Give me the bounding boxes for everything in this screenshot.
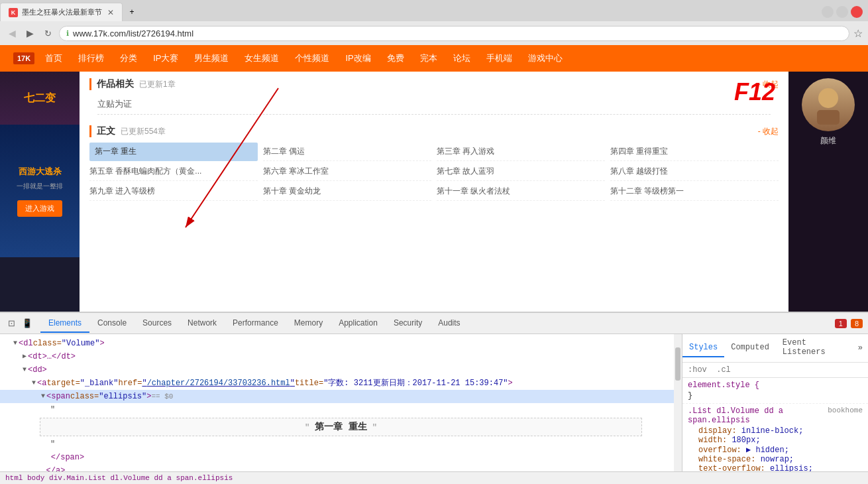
- ad-enter-button[interactable]: 进入游戏: [17, 200, 62, 217]
- nav-ip-edit[interactable]: IP改编: [337, 45, 378, 72]
- devtools-panel: ⊡ 📱 Elements Console Sources Network Per…: [0, 312, 868, 484]
- minimize-button[interactable]: [822, 6, 834, 18]
- works-section: 作品相关 已更新1章 - 收起 立贴为证: [89, 78, 779, 119]
- rule-prop-whitespace: white-space: nowrap;: [688, 455, 863, 464]
- tab-close-button[interactable]: ✕: [107, 8, 114, 17]
- nav-home[interactable]: 首页: [37, 45, 70, 72]
- nav-personal[interactable]: 个性频道: [287, 45, 337, 72]
- rule-prop-overflow: overflow: ▶ hidden;: [688, 445, 863, 455]
- browser-tab[interactable]: K 墨生之狂暴火法最新章节 ✕: [0, 3, 123, 21]
- new-tab-button[interactable]: +: [125, 3, 138, 21]
- main-section-sub: 已更新554章: [121, 126, 166, 137]
- svg-point-2: [818, 88, 838, 108]
- preview-quote-right: ": [372, 422, 378, 432]
- chapter-item-10[interactable]: 第十章 黄金幼龙: [263, 182, 431, 201]
- styles-tab-event-listeners[interactable]: Event Listeners: [776, 334, 853, 362]
- main-section-title: 正文: [97, 125, 115, 137]
- works-section-title: 作品相关: [97, 78, 134, 90]
- device-toggle-button[interactable]: 📱: [19, 317, 35, 330]
- tree-line-close-a: </a>: [0, 464, 682, 471]
- chapter-item-9[interactable]: 第九章 进入等级榜: [89, 182, 258, 201]
- breadcrumb-dl[interactable]: dl.Volume: [110, 474, 149, 482]
- devtools-error-area: 1 8: [835, 319, 863, 328]
- user-name: 颜维: [820, 135, 836, 147]
- nav-mobile[interactable]: 手机端: [478, 45, 520, 72]
- tab-sources[interactable]: Sources: [135, 314, 180, 333]
- tab-security[interactable]: Security: [386, 314, 430, 333]
- url-bar[interactable]: ℹ www.17k.com/list/2726194.html: [59, 26, 849, 41]
- nav-male[interactable]: 男生频道: [186, 45, 237, 72]
- forward-button[interactable]: ▶: [23, 27, 37, 40]
- nav-ip[interactable]: IP大赛: [145, 45, 186, 72]
- standing-post: 立贴为证: [89, 94, 779, 119]
- nav-category[interactable]: 分类: [112, 45, 145, 72]
- nav-free[interactable]: 免费: [379, 45, 412, 72]
- window-controls: [822, 6, 868, 18]
- works-section-header: 作品相关 已更新1章 - 收起: [89, 78, 779, 90]
- nav-ranking[interactable]: 排行榜: [70, 45, 112, 72]
- rule-close-element: }: [688, 391, 863, 400]
- nav-forum[interactable]: 论坛: [445, 45, 478, 72]
- ad-title: 西游大逃杀: [19, 166, 62, 178]
- styles-filter-input[interactable]: [688, 365, 863, 375]
- close-window-button[interactable]: [851, 6, 863, 18]
- preview-quote-left: ": [305, 422, 310, 432]
- chapter-item-11[interactable]: 第十一章 纵火者法杖: [437, 182, 605, 201]
- breadcrumb-html[interactable]: html: [5, 474, 23, 482]
- tab-audits[interactable]: Audits: [430, 314, 468, 333]
- tree-toggle-a: ▼: [32, 377, 36, 389]
- styles-tab-styles[interactable]: Styles: [682, 339, 724, 357]
- chapter-item-7[interactable]: 第七章 故人蓝羽: [437, 162, 605, 181]
- styles-panel: Styles Computed Event Listeners » elemen…: [682, 334, 868, 471]
- tab-application[interactable]: Application: [331, 314, 386, 333]
- styles-more-button[interactable]: »: [853, 339, 868, 357]
- nav-game[interactable]: 游戏中心: [520, 45, 570, 72]
- avatar-icon: [812, 85, 845, 125]
- tab-console[interactable]: Console: [89, 314, 135, 333]
- scroll-thumb[interactable]: [675, 347, 680, 381]
- breadcrumb-dd[interactable]: dd: [154, 474, 163, 482]
- works-section-sub: 已更新1章: [139, 79, 176, 90]
- chapter-item-2[interactable]: 第二章 偶运: [263, 143, 431, 161]
- styles-filter: [682, 363, 868, 378]
- tab-performance[interactable]: Performance: [225, 314, 286, 333]
- tree-line-a[interactable]: ▼ <a target="_blank" href="/chapter/2726…: [0, 377, 682, 390]
- styles-rule-element: element.style { }: [682, 378, 868, 404]
- chapter-item-1[interactable]: 第一章 重生: [89, 143, 258, 161]
- nav-complete[interactable]: 完本: [412, 45, 445, 72]
- breadcrumb-a[interactable]: a: [167, 474, 172, 482]
- refresh-button[interactable]: ↻: [41, 27, 55, 40]
- breadcrumb-span[interactable]: span.ellipsis: [176, 474, 233, 482]
- website-content: 17K 首页 排行榜 分类 IP大赛 男生频道 女生频道 个性频道 IP改编 免…: [0, 45, 868, 351]
- maximize-button[interactable]: [836, 6, 848, 18]
- inspect-element-button[interactable]: ⊡: [5, 317, 18, 330]
- chapter-item-6[interactable]: 第六章 寒冰工作室: [263, 162, 431, 181]
- left-ad: 七二变 西游大逃杀 一排就是一整排 进入游戏 ✕ 关闭: [0, 72, 80, 350]
- error-badge: 1: [835, 319, 847, 328]
- chapter-item-12[interactable]: 第十二章 等级榜第一: [610, 182, 779, 201]
- tree-line-quote2: ": [0, 438, 682, 451]
- tree-line-dl[interactable]: ▼ <dl class= "Volume" >: [0, 337, 682, 350]
- tab-elements[interactable]: Elements: [40, 314, 89, 333]
- chapter-item-3[interactable]: 第三章 再入游戏: [437, 143, 605, 161]
- tab-network[interactable]: Network: [180, 314, 225, 333]
- tree-line-span-selected[interactable]: ▼ <span class="ellipsis" > == $0: [0, 390, 682, 403]
- chapter-item-8[interactable]: 第八章 越级打怪: [610, 162, 779, 181]
- breadcrumb-body[interactable]: body: [27, 474, 44, 482]
- tree-line-dd[interactable]: ▼ <dd>: [0, 363, 682, 377]
- svg-rect-3: [817, 110, 840, 125]
- tree-line-dt[interactable]: ▶ <dt>…</dt>: [0, 350, 682, 363]
- right-ad: 颜维: [788, 72, 868, 350]
- extensions-button[interactable]: ☆: [853, 27, 863, 40]
- chapter-item-5[interactable]: 第五章 香酥电蝙肉配方（黄金...: [89, 162, 258, 181]
- tree-toggle: ▼: [13, 337, 17, 349]
- tab-memory[interactable]: Memory: [286, 314, 331, 333]
- styles-tab-computed[interactable]: Computed: [724, 339, 776, 357]
- breadcrumb-div[interactable]: div.Main.List: [49, 474, 106, 482]
- chapter-item-4[interactable]: 第四章 重得重宝: [610, 143, 779, 161]
- main-section-toggle[interactable]: - 收起: [758, 126, 779, 137]
- nav-female[interactable]: 女生频道: [237, 45, 287, 72]
- tab-favicon: K: [9, 8, 18, 17]
- back-button[interactable]: ◀: [5, 27, 19, 40]
- main-section: 正文 已更新554章 - 收起 第一章 重生 第二章 偶运 第三章 再入游戏 第…: [89, 125, 779, 201]
